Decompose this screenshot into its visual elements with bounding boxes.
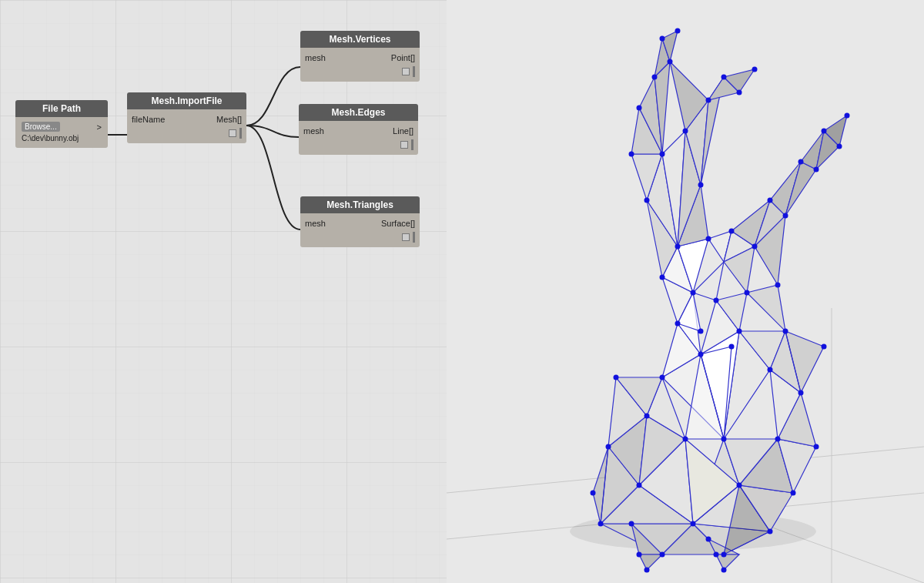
import-node-row: fileName Mesh[] [132,112,242,126]
svg-point-115 [637,106,642,111]
svg-point-114 [629,152,634,157]
edges-input-label: mesh [303,126,324,136]
triangles-output-label: Surface[] [381,219,415,228]
svg-point-99 [675,321,681,327]
triangles-checkbox[interactable] [402,233,410,241]
svg-point-131 [629,521,634,527]
svg-point-81 [691,521,696,527]
svg-point-98 [737,329,742,334]
filepath-node-header: File Path [15,100,108,117]
svg-point-128 [845,113,850,119]
svg-point-105 [660,275,665,280]
svg-point-84 [637,483,642,488]
svg-point-124 [798,159,804,165]
import-node-body: fileName Mesh[] [127,109,246,143]
import-input-label: fileName [132,115,165,124]
triangles-node-header: Mesh.Triangles [300,196,420,213]
triangles-node-body: mesh Surface[] [300,213,420,247]
svg-point-97 [698,352,704,357]
svg-point-83 [768,529,773,534]
vertices-input-label: mesh [305,53,326,62]
svg-point-109 [752,244,758,250]
edges-node-row: mesh Line[] [303,124,413,138]
import-node: Mesh.ImportFile fileName Mesh[] [127,92,246,143]
browse-button[interactable]: Browse... [22,122,60,132]
svg-point-103 [775,283,781,288]
triangles-node-footer [305,232,415,243]
svg-point-127 [837,144,842,149]
svg-point-100 [714,298,719,303]
bunny-svg [447,0,924,583]
svg-point-90 [614,375,619,380]
svg-point-101 [783,329,788,334]
svg-point-121 [675,28,681,34]
svg-point-86 [683,437,688,442]
vertices-node-footer [305,66,415,77]
edges-node: Mesh.Edges mesh Line[] [299,104,418,155]
vertices-checkbox[interactable] [402,68,410,75]
svg-point-122 [768,198,773,203]
filepath-node-body: Browse... > C:\dev\bunny.obj [15,117,108,148]
svg-point-93 [775,437,781,442]
edges-node-body: mesh Line[] [299,121,418,155]
svg-point-102 [745,290,750,296]
svg-point-80 [660,552,665,558]
svg-point-137 [591,491,596,496]
svg-point-96 [768,367,773,373]
svg-point-95 [798,390,804,396]
import-checkbox[interactable] [229,129,236,137]
svg-point-116 [706,98,711,103]
svg-point-132 [637,552,642,558]
import-node-header: Mesh.ImportFile [127,92,246,109]
triangles-node-row: mesh Surface[] [305,216,415,230]
vertices-node: Mesh.Vertices mesh Point[] [300,31,420,82]
svg-point-129 [737,90,742,95]
svg-point-87 [721,437,727,442]
triangles-node: Mesh.Triangles mesh Surface[] [300,196,420,247]
svg-point-138 [822,344,827,350]
svg-point-112 [698,183,704,188]
svg-point-136 [721,568,727,573]
browse-arrow: > [97,122,102,132]
svg-point-89 [644,414,650,419]
svg-point-79 [598,521,604,527]
viewport[interactable] [447,0,924,583]
edges-output-label: Line[] [393,126,413,136]
svg-point-91 [660,375,665,380]
edges-node-header: Mesh.Edges [299,104,418,121]
svg-point-133 [644,568,650,573]
vertices-node-header: Mesh.Vertices [300,31,420,48]
svg-point-110 [644,198,650,203]
svg-point-125 [814,167,819,173]
svg-point-92 [791,491,796,496]
filepath-value: C:\dev\bunny.obj [20,133,103,143]
svg-point-107 [675,244,681,250]
svg-point-130 [752,67,758,72]
svg-point-111 [660,152,665,157]
svg-point-119 [668,59,673,65]
vertices-pipe [413,66,415,77]
svg-point-120 [660,36,665,42]
edges-node-footer [303,139,413,150]
svg-point-139 [729,344,735,350]
edges-checkbox[interactable] [400,141,408,149]
vertices-output-label: Point[] [391,53,415,62]
filepath-node: File Path Browse... > C:\dev\bunny.obj [15,100,108,148]
svg-point-85 [737,483,742,488]
svg-point-82 [721,552,727,558]
svg-point-113 [683,129,688,134]
svg-point-106 [706,236,711,242]
svg-point-140 [698,329,704,334]
edges-pipe [411,139,413,150]
import-pipe [239,128,242,139]
import-node-footer [132,128,242,139]
svg-point-126 [822,129,827,134]
triangles-input-label: mesh [305,219,326,228]
svg-point-123 [783,213,788,219]
vertices-node-body: mesh Point[] [300,48,420,82]
svg-point-108 [729,229,735,234]
import-output-label: Mesh[] [216,115,242,124]
filepath-browse-row: Browse... > [20,120,103,133]
svg-point-88 [606,444,611,450]
node-graph: File Path Browse... > C:\dev\bunny.obj M… [0,0,462,583]
